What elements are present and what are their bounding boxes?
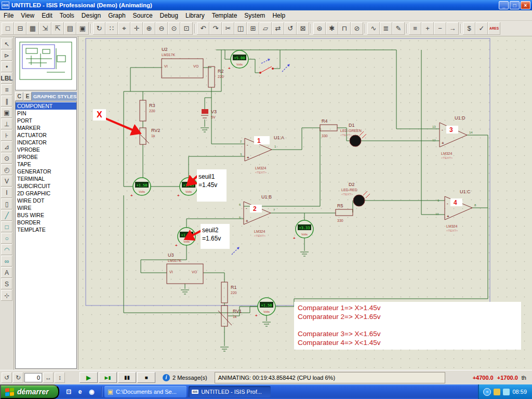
selector-item-generator[interactable]: GENERATOR xyxy=(16,168,76,175)
led-d2[interactable]: D2 LED-RED <TEXT> xyxy=(341,182,370,206)
pick-c-button[interactable]: C xyxy=(15,92,23,101)
tape-recorder-button[interactable]: ⊙ xyxy=(1,153,12,164)
menu-item[interactable]: Graph xyxy=(104,11,129,20)
block-copy-button[interactable]: ▱ xyxy=(259,22,272,35)
voltage-probe-button[interactable]: V xyxy=(1,176,12,187)
selector-item-actuator[interactable]: ACTUATOR xyxy=(16,131,76,139)
zoom-all-button[interactable]: ⊙ xyxy=(168,22,180,35)
tray-chevron-icon[interactable]: « xyxy=(483,388,491,396)
wire-label-button[interactable]: LBL xyxy=(1,73,12,84)
close-button[interactable]: × xyxy=(521,1,530,9)
minimize-button[interactable]: _ xyxy=(499,1,509,9)
undo-button[interactable]: ↶ xyxy=(197,22,209,35)
current-probe-button[interactable]: I xyxy=(1,187,12,198)
voltmeter-bottom[interactable]: +1.50 Volts + xyxy=(255,298,275,318)
open-design-button[interactable]: ⊟ xyxy=(14,22,26,35)
mirror-vertical-button[interactable]: ↕ xyxy=(55,373,65,383)
selector-item-2d-graphic[interactable]: 2D GRAPHIC xyxy=(16,190,76,197)
pick-e-button[interactable]: E xyxy=(23,92,32,101)
menu-item[interactable]: View xyxy=(17,11,38,20)
2d-text-button[interactable]: A xyxy=(1,267,12,278)
rotation-angle-field[interactable] xyxy=(24,373,42,382)
bus-mode-button[interactable]: ∥ xyxy=(1,96,12,107)
print-button[interactable]: ▤ xyxy=(64,22,76,35)
comparator-notes[interactable]: Comparateur 1=> X>1.45v Comparateur 2=> … xyxy=(294,302,521,350)
selector-item-vprobe[interactable]: VPROBE xyxy=(16,146,76,153)
selector-item-port[interactable]: PORT xyxy=(16,117,76,124)
zoom-area-button[interactable]: ⊡ xyxy=(180,22,193,35)
menu-item[interactable]: Template xyxy=(208,11,241,20)
wire-autorouter-button[interactable]: ∿ xyxy=(367,22,380,35)
voltmeter-seuil2[interactable]: +1.65 Volts + xyxy=(175,228,195,248)
menu-item[interactable]: Edit xyxy=(38,11,56,20)
start-button[interactable]: démarrer xyxy=(0,384,59,399)
x-annotation[interactable]: X xyxy=(93,109,106,121)
device-pin-button[interactable]: ⊦ xyxy=(1,130,12,141)
redo-button[interactable]: ↷ xyxy=(209,22,222,35)
menu-item[interactable]: Source xyxy=(129,11,156,20)
opamp-u1c[interactable]: - + 9 10 8 U1:C LM324 <TEXT> 4 xyxy=(435,189,476,232)
menu-item[interactable]: Debug xyxy=(156,11,182,20)
menu-item[interactable]: Help xyxy=(269,11,289,20)
internet-explorer-icon[interactable]: e xyxy=(75,387,85,397)
menu-item[interactable]: Design xyxy=(78,11,104,20)
property-assignment-button[interactable]: ✎ xyxy=(392,22,405,35)
schematic-editor[interactable]: U2 LM317K VI VO U3 LM317K VI VO R2 xyxy=(78,36,532,370)
tray-icon[interactable] xyxy=(494,389,500,395)
new-design-button[interactable]: □ xyxy=(2,22,14,35)
show-desktop-icon[interactable]: ⊡ xyxy=(64,387,74,397)
voltmeter-top[interactable]: +5.00 Volts + xyxy=(228,50,248,71)
electrical-rules-check-button[interactable]: ✓ xyxy=(475,22,488,35)
resistor-r1[interactable]: R1 220 xyxy=(221,282,237,303)
title-bar[interactable]: ISIS UNTITLED - ISIS Professional (Demo)… xyxy=(0,0,532,10)
center-at-cursor-button[interactable]: ✛ xyxy=(130,22,143,35)
seuil1-annotation[interactable]: seuil1 =1.45v xyxy=(197,169,227,202)
x-annotation-arrow[interactable] xyxy=(105,118,140,133)
menu-item[interactable]: File xyxy=(0,11,17,20)
selector-item-template[interactable]: TEMPLATE xyxy=(16,226,76,233)
selector-item-wire-dot[interactable]: WIRE DOT xyxy=(16,197,76,204)
subcircuit-button[interactable]: ▣ xyxy=(1,107,12,118)
paste-button[interactable]: ⊞ xyxy=(247,22,259,35)
switch[interactable] xyxy=(259,59,274,74)
block-rotate-button[interactable]: ↺ xyxy=(284,22,297,35)
false-origin-button[interactable]: ⌖ xyxy=(118,22,130,35)
rotate-cw-button[interactable]: ↻ xyxy=(13,373,23,383)
menu-item[interactable]: Tools xyxy=(56,11,78,20)
search-and-tag-button[interactable]: ≣ xyxy=(380,22,392,35)
goto-sheet-button[interactable]: → xyxy=(446,22,459,35)
pause-button[interactable]: ▮▮ xyxy=(118,372,136,383)
2d-arc-button[interactable]: ◠ xyxy=(1,244,12,255)
zoom-in-button[interactable]: ⊕ xyxy=(143,22,155,35)
toggle-grid-button[interactable]: ∷ xyxy=(105,22,118,35)
pick-device-button[interactable]: ⊛ xyxy=(313,22,326,35)
selector-item-indicator[interactable]: INDICATOR xyxy=(16,139,76,146)
remove-sheet-button[interactable]: − xyxy=(434,22,446,35)
make-device-button[interactable]: ✱ xyxy=(326,22,338,35)
seuil2-annotation[interactable]: seuil2 =1.65v xyxy=(201,224,230,249)
design-explorer-button[interactable]: ≡ xyxy=(409,22,421,35)
mirror-horizontal-button[interactable]: ↔ xyxy=(43,373,54,383)
cut-button[interactable]: ✂ xyxy=(222,22,234,35)
resistor-r3[interactable]: R3 220 xyxy=(140,100,155,121)
2d-box-button[interactable]: □ xyxy=(1,221,12,232)
selector-item-iprobe[interactable]: IPROBE xyxy=(16,153,76,161)
voltmeter-x[interactable]: +1.50 Volts + xyxy=(130,178,151,198)
media-player-icon[interactable]: ◉ xyxy=(87,387,97,397)
marker-mode-button[interactable]: ⊹ xyxy=(1,290,12,301)
virtual-instruments-button[interactable]: ▯ xyxy=(1,198,12,209)
selector-item-component[interactable]: COMPONENT xyxy=(16,102,76,110)
opamp-u1b[interactable]: - + 6 5 7 U1:B LM324 <TEXT> 2 xyxy=(239,194,275,237)
new-sheet-button[interactable]: + xyxy=(421,22,434,35)
generator-mode-button[interactable]: ◴ xyxy=(1,164,12,175)
block-delete-button[interactable]: ⊠ xyxy=(297,22,309,35)
opamp-u1d[interactable]: - + 13 12 14 U1:D LM324 <TEXT> 3 xyxy=(432,115,473,159)
selector-item-pin[interactable]: PIN xyxy=(16,110,76,117)
graph-mode-button[interactable]: ⊿ xyxy=(1,141,12,152)
menu-item[interactable]: System xyxy=(241,11,269,20)
play-button[interactable]: ▶ xyxy=(79,372,98,383)
2d-circle-button[interactable]: ○ xyxy=(1,233,12,244)
tray-icon[interactable] xyxy=(503,389,510,395)
opamp-u1a[interactable]: - + 2 3 1 U1:A LM324 <TEXT> 1 xyxy=(240,135,284,174)
maximize-button[interactable]: □ xyxy=(510,1,520,9)
